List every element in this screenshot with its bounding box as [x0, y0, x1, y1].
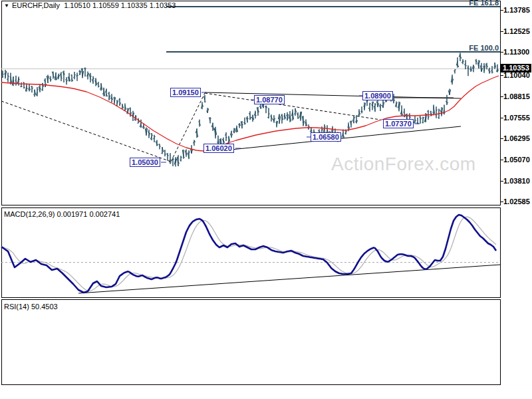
open-tick: [270, 116, 271, 116]
open-tick: [20, 86, 21, 87]
macd-panel[interactable]: [1, 207, 500, 297]
trendline: [211, 126, 461, 152]
close-tick: [61, 78, 63, 78]
open-tick: [432, 112, 434, 113]
close-tick: [418, 123, 419, 124]
close-tick: [74, 74, 76, 75]
close-tick: [90, 76, 92, 76]
mt4-chart-window: ActionForex.com ▼EURCHF,Daily 1.10510 1.…: [0, 0, 532, 399]
close-tick: [98, 86, 100, 86]
price-panel[interactable]: [1, 1, 500, 205]
open-tick: [243, 122, 245, 123]
open-tick: [469, 70, 471, 70]
open-tick: [265, 106, 266, 107]
chart-canvas[interactable]: [0, 0, 532, 399]
macd-trendline: [78, 265, 500, 293]
close-tick: [391, 99, 392, 100]
close-tick: [64, 74, 65, 74]
swing-trendline-dashed: [171, 93, 205, 162]
close-tick: [226, 138, 227, 138]
open-tick: [4, 74, 5, 74]
close-tick: [168, 155, 169, 156]
macd-signal-line: [1, 217, 496, 291]
open-tick: [419, 117, 420, 118]
rsi-panel[interactable]: [1, 299, 500, 384]
